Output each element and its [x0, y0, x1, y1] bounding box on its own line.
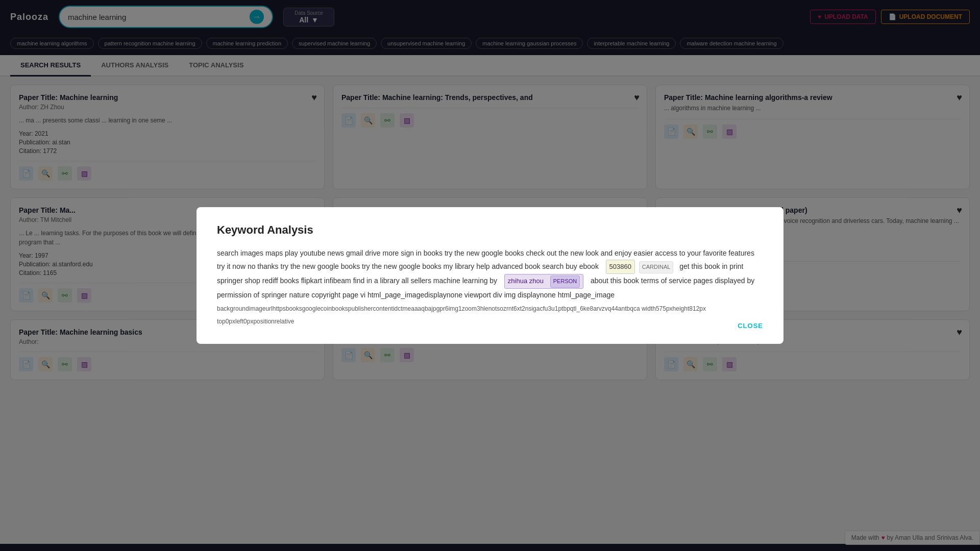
- modal-body: search images maps play youtube news gma…: [217, 247, 763, 328]
- modal-url: backgroundimageurlhttpsbooksgooglecoinbo…: [217, 304, 763, 315]
- person-label: PERSON: [550, 276, 580, 288]
- modal-text-1: search images maps play youtube news gma…: [217, 249, 754, 270]
- keyword-analysis-modal: Keyword Analysis search images maps play…: [197, 207, 783, 344]
- person-value: zhihua zhou PERSON: [504, 274, 583, 289]
- modal-overlay[interactable]: Keyword Analysis search images maps play…: [0, 0, 980, 544]
- modal-close-button[interactable]: CLOSE: [738, 322, 763, 330]
- cardinal-label: CARDINAL: [639, 261, 674, 273]
- modal-footer-text: top0pxleft0pxpositionrelative: [217, 316, 763, 328]
- modal-title: Keyword Analysis: [217, 223, 763, 237]
- cardinal-value: 503860: [606, 260, 635, 273]
